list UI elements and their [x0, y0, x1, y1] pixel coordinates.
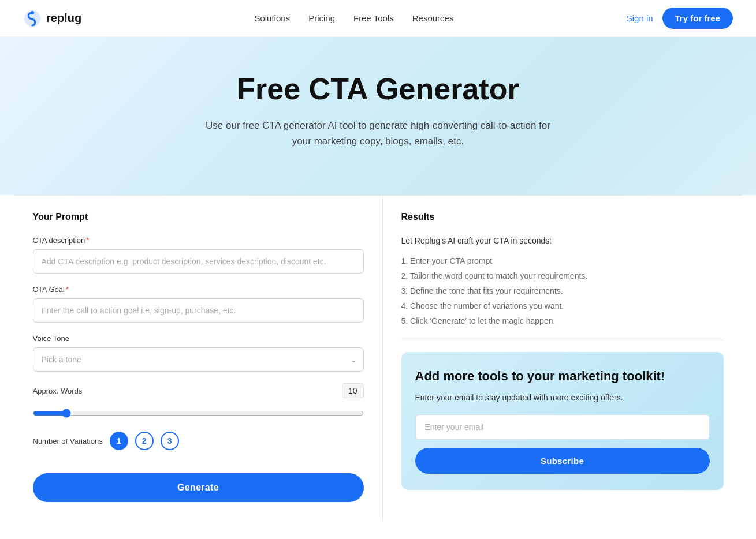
- nav-free-tools[interactable]: Free Tools: [353, 13, 394, 23]
- navbar: replug Solutions Pricing Free Tools Reso…: [0, 0, 756, 37]
- approx-words-group: Approx. Words 10: [33, 383, 364, 420]
- cta-description-label: CTA description*: [33, 236, 364, 245]
- marketing-card-title: Add more tools to your marketing toolkit…: [415, 368, 710, 385]
- cta-description-input[interactable]: [33, 249, 364, 274]
- cta-description-group: CTA description*: [33, 236, 364, 274]
- results-step-1: Enter your CTA prompt: [401, 253, 724, 268]
- replug-logo-icon: [23, 9, 42, 28]
- prompt-panel-title: Your Prompt: [33, 212, 364, 222]
- approx-words-value: 10: [342, 383, 364, 398]
- results-step-3: Define the tone that fits your requireme…: [401, 283, 724, 298]
- marketing-card-subtitle: Enter your email to stay updated with mo…: [415, 392, 710, 404]
- main-content: Your Prompt CTA description* CTA Goal* V…: [14, 195, 742, 521]
- required-star-1: *: [86, 236, 89, 245]
- logo[interactable]: replug: [23, 9, 81, 28]
- generate-button[interactable]: Generate: [33, 473, 364, 502]
- results-steps-list: Enter your CTA prompt Tailor the word co…: [401, 253, 724, 328]
- voice-tone-select[interactable]: Pick a tone Professional Casual Friendly…: [33, 347, 364, 372]
- voice-tone-label: Voice Tone: [33, 334, 364, 343]
- approx-words-slider[interactable]: [33, 409, 364, 418]
- nav-links: Solutions Pricing Free Tools Resources: [254, 13, 453, 23]
- required-star-2: *: [66, 285, 69, 294]
- variations-controls: Number of Variations 1 2 3: [33, 432, 364, 450]
- subscribe-button[interactable]: Subscribe: [415, 448, 710, 474]
- svg-point-1: [31, 11, 34, 14]
- variation-btn-1[interactable]: 1: [110, 432, 128, 450]
- variation-btn-3[interactable]: 3: [161, 432, 179, 450]
- approx-words-label: Approx. Words: [33, 387, 83, 395]
- nav-pricing[interactable]: Pricing: [308, 13, 335, 23]
- results-intro: Let Replug's AI craft your CTA in second…: [401, 236, 724, 245]
- prompt-panel: Your Prompt CTA description* CTA Goal* V…: [14, 196, 383, 521]
- steps-divider: [401, 340, 724, 340]
- results-panel: Results Let Replug's AI craft your CTA i…: [383, 196, 742, 508]
- results-step-5: Click 'Generate' to let the magic happen…: [401, 313, 724, 328]
- cta-goal-group: CTA Goal*: [33, 285, 364, 323]
- nav-actions: Sign in Try for free: [627, 8, 733, 29]
- email-input-wrapper: [415, 414, 710, 440]
- results-panel-title: Results: [401, 212, 724, 222]
- cta-goal-input[interactable]: [33, 298, 364, 323]
- results-step-4: Choose the number of variations you want…: [401, 298, 724, 313]
- approx-words-header: Approx. Words 10: [33, 383, 364, 398]
- cta-goal-label: CTA Goal*: [33, 285, 364, 294]
- marketing-email-input[interactable]: [415, 414, 710, 440]
- voice-tone-group: Voice Tone Pick a tone Professional Casu…: [33, 334, 364, 372]
- nav-solutions[interactable]: Solutions: [254, 13, 290, 23]
- variations-group: Number of Variations 1 2 3: [33, 432, 364, 450]
- try-for-free-button[interactable]: Try for free: [662, 8, 733, 29]
- nav-resources[interactable]: Resources: [412, 13, 454, 23]
- voice-tone-select-wrapper: Pick a tone Professional Casual Friendly…: [33, 347, 364, 372]
- variations-label: Number of Variations: [33, 437, 103, 446]
- marketing-card: Add more tools to your marketing toolkit…: [401, 352, 724, 490]
- logo-text: replug: [46, 12, 81, 25]
- variation-btn-2[interactable]: 2: [135, 432, 154, 450]
- hero-title: Free CTA Generator: [23, 72, 733, 106]
- hero-section: Free CTA Generator Use our free CTA gene…: [0, 37, 756, 195]
- signin-button[interactable]: Sign in: [627, 13, 653, 23]
- results-step-2: Tailor the word count to match your requ…: [401, 268, 724, 283]
- hero-subtitle: Use our free CTA generator AI tool to ge…: [199, 118, 557, 149]
